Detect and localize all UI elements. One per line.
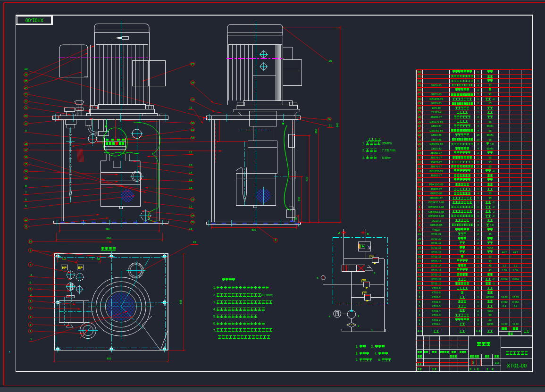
svg-text:XT01-2: XT01-2 (432, 318, 440, 321)
svg-text:: 35MPa.: : 35MPa. (380, 142, 393, 145)
svg-text:14: 14 (25, 169, 28, 173)
svg-text:15: 15 (418, 260, 421, 263)
svg-text:4.: 4. (213, 308, 216, 311)
svg-text:36: 36 (327, 117, 331, 121)
svg-text:15: 15 (189, 178, 193, 181)
svg-text:: 7.73L/min.: : 7.73L/min. (380, 149, 396, 152)
svg-text:65Mn: 65Mn (487, 125, 494, 127)
svg-text:1: 1 (419, 228, 420, 231)
svg-text:4.8: 4.8 (490, 142, 494, 145)
svg-text:1: 1 (477, 278, 478, 281)
svg-text:2: 2 (477, 93, 478, 96)
svg-text:35: 35 (488, 260, 491, 263)
svg-text:2: 2 (30, 293, 32, 296)
svg-text:20: 20 (329, 59, 332, 62)
svg-text:XT01-18: XT01-18 (431, 246, 441, 249)
svg-text:35: 35 (488, 197, 491, 200)
svg-text:5: 5 (472, 361, 474, 364)
svg-text:11.32: 11.32 (512, 323, 519, 325)
svg-text:450: 450 (105, 227, 109, 230)
svg-text:0.452: 0.452 (501, 300, 508, 303)
svg-text:1: 1 (477, 215, 478, 217)
svg-text:26: 26 (25, 73, 28, 76)
svg-text:10: 10 (418, 188, 421, 191)
svg-text:8: 8 (25, 184, 27, 187)
svg-text:XT01-7: XT01-7 (432, 296, 440, 299)
svg-text:3.: 3. (356, 352, 359, 355)
svg-text:16: 16 (477, 133, 479, 136)
svg-text:18: 18 (25, 142, 28, 145)
svg-text:1: 1 (477, 71, 478, 74)
svg-text:1: 1 (30, 337, 32, 341)
svg-text:800: 800 (107, 357, 111, 360)
svg-text:4: 4 (30, 273, 32, 276)
svg-text:18: 18 (418, 246, 421, 249)
svg-text:GB73-85: GB73-85 (431, 93, 441, 96)
svg-text:5: 5 (25, 204, 27, 208)
svg-text:XT01-17: XT01-17 (431, 251, 441, 254)
svg-text:1: 1 (477, 183, 478, 186)
svg-text:18.83: 18.83 (501, 296, 508, 299)
svg-text:14: 14 (189, 171, 193, 174)
svg-text:15: 15 (25, 162, 28, 166)
svg-text:1: 1 (477, 251, 478, 254)
svg-text:840: 840 (336, 123, 339, 127)
svg-text:598: 598 (179, 300, 182, 304)
svg-text:45: 45 (488, 264, 491, 267)
svg-text:15: 15 (418, 165, 421, 168)
svg-text:1: 1 (477, 269, 478, 272)
svg-text:Y-60ZT: Y-60ZT (432, 228, 441, 231)
svg-text:XT01-3: XT01-3 (432, 314, 440, 317)
svg-text:14: 14 (418, 170, 421, 173)
svg-text:1: 1 (477, 210, 478, 213)
svg-text:0.4: 0.4 (503, 305, 506, 308)
svg-text:10: 10 (25, 67, 28, 70)
svg-text:GB3452.1-88: GB3452.1-88 (428, 215, 444, 217)
svg-text:B: B (367, 233, 369, 235)
svg-text:JB982-77: JB982-77 (431, 116, 442, 118)
svg-text:-4: -4 (492, 98, 495, 100)
svg-text:BP: BP (78, 266, 83, 269)
svg-text:65Mn: 65Mn (487, 133, 494, 136)
svg-text:1: 1 (477, 107, 478, 109)
svg-text:-2: -2 (492, 210, 495, 213)
svg-text:21: 21 (329, 124, 332, 127)
svg-text:10: 10 (418, 282, 421, 285)
svg-text:1: 1 (477, 80, 478, 83)
svg-text:1: 1 (477, 318, 478, 321)
svg-text:2: 2 (477, 242, 478, 244)
svg-text:7: 7 (419, 201, 420, 204)
svg-text:2: 2 (477, 165, 478, 168)
svg-text:11.32: 11.32 (501, 323, 507, 325)
svg-text:0.014: 0.014 (512, 278, 519, 281)
svg-text:17: 17 (189, 205, 193, 208)
svg-text:20: 20 (25, 114, 28, 117)
svg-text:XT01-5: XT01-5 (432, 305, 440, 308)
svg-text:1: 1 (477, 246, 478, 249)
svg-text:500: 500 (252, 228, 256, 231)
svg-text:2.: 2. (362, 149, 365, 152)
svg-text:1: 1 (477, 75, 478, 78)
svg-text:65Mn: 65Mn (487, 147, 494, 150)
svg-text:3.: 3. (362, 156, 365, 159)
svg-text:1:3: 1:3 (495, 361, 499, 364)
svg-text:34: 34 (418, 80, 421, 83)
svg-text:7: 7 (25, 191, 27, 194)
svg-text:3: 3 (30, 315, 32, 318)
svg-text:40Cr: 40Cr (487, 309, 493, 312)
svg-text:1: 1 (419, 323, 420, 325)
svg-text:JB982-77: JB982-77 (431, 151, 442, 154)
svg-text:1: 1 (477, 323, 478, 325)
svg-text:JB982-77: JB982-77 (431, 174, 442, 177)
svg-text:XT01-11: XT01-11 (431, 278, 441, 281)
svg-text:1.59: 1.59 (502, 269, 507, 272)
svg-text:1: 1 (477, 305, 478, 308)
svg-text:24: 24 (25, 86, 28, 89)
svg-text:GB618-85: GB618-85 (430, 224, 443, 226)
svg-text:29: 29 (191, 98, 194, 101)
svg-text:1: 1 (477, 170, 478, 173)
svg-text:6: 6 (419, 300, 420, 303)
svg-text:10: 10 (477, 138, 479, 141)
svg-text:1: 1 (477, 314, 478, 317)
svg-text:13: 13 (418, 174, 421, 177)
